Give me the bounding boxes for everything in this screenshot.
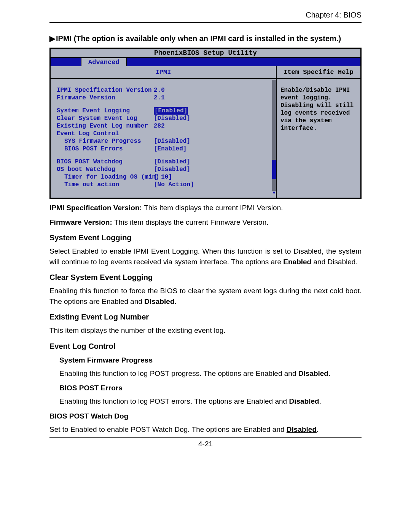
footer-rule — [49, 437, 362, 438]
value-post-wd[interactable]: [Disabled] — [154, 158, 270, 166]
label-existing-log: Existing Event Log number — [57, 122, 154, 130]
para-fw-ver: Firmware Version: This item displays the… — [49, 217, 362, 228]
chevron-down-icon[interactable]: ▼ — [272, 191, 276, 195]
heading-exist-log: Existing Event Log Number — [49, 313, 362, 321]
bios-help-text: Enable/Disable IPMI event logging. Disab… — [277, 79, 360, 141]
bios-scroll-thumb[interactable] — [272, 160, 276, 179]
label-sys-fw: SYS Firmware Progress — [57, 137, 154, 145]
label-post-err: BIOS POST Errors — [57, 145, 154, 153]
label-spec-version: IPMI Specification Version — [57, 86, 154, 94]
text-post-err-1: Enabling this function to log POST error… — [59, 397, 289, 405]
para-exist-log: This item displays the number of the exi… — [49, 325, 362, 336]
heading-post-wd: BIOS POST Watch Dog — [49, 412, 362, 420]
triangle-icon: ▶ — [49, 34, 55, 43]
para-sys-fw: Enabling this function to log POST progr… — [59, 368, 362, 379]
bios-screenshot: PhoenixBIOS Setup Utility Advanced IPMI … — [49, 48, 362, 199]
value-sys-evt-log[interactable]: [Enabled] — [154, 107, 188, 115]
para-post-wd: Set to Enabled to enable POST Watch Dog.… — [49, 424, 362, 435]
text-sys-fw-1: Enabling this function to log POST progr… — [59, 369, 298, 377]
bios-left-pane: IPMI IPMI Specification Version 2.0 Firm… — [51, 66, 277, 198]
label-post-wd: BIOS POST Watchdog — [57, 158, 154, 166]
bios-section-header: IPMI — [51, 66, 276, 79]
intro-text: IPMI (The option is available only when … — [56, 34, 341, 43]
bold-fw-ver: Firmware Version: — [49, 218, 114, 226]
value-fw-version: 2.1 — [154, 94, 270, 102]
row-timer[interactable]: Timer for loading OS (min) [ 10] — [57, 173, 270, 181]
heading-evt-ctrl: Event Log Control — [49, 342, 362, 351]
row-spec-version: IPMI Specification Version 2.0 — [57, 86, 270, 94]
bios-tab-advanced[interactable]: Advanced — [81, 58, 127, 66]
row-existing-log: Existing Event Log number 282 — [57, 122, 270, 130]
heading-clr-sys-evt: Clear System Event Logging — [49, 273, 362, 282]
value-sys-fw[interactable]: [Disabled] — [154, 137, 270, 145]
bios-help-header: Item Specific Help — [277, 66, 360, 79]
label-os-wd: OS boot Watchdog — [57, 166, 154, 173]
text-post-wd-1: Set to Enabled to enable POST Watch Dog.… — [49, 425, 287, 433]
text-sys-fw-2: . — [328, 369, 330, 377]
heading-post-err: BIOS POST Errors — [59, 384, 362, 392]
bold-clr-sys: Disabled — [144, 297, 174, 305]
bios-title: PhoenixBIOS Setup Utility — [51, 49, 360, 58]
bold-sys-evt-log: Enabled — [283, 258, 311, 266]
bold-ipmi-spec: IPMI Specification Version: — [49, 204, 144, 212]
text-clr-sys-2: . — [175, 297, 177, 305]
heading-sys-evt-log: System Event Logging — [49, 233, 362, 242]
para-ipmi-spec: IPMI Specification Version: This item di… — [49, 203, 362, 213]
row-fw-version: Firmware Version 2.1 — [57, 94, 270, 102]
value-evt-ctrl — [154, 130, 270, 137]
chapter-header: Chapter 4: BIOS — [49, 11, 362, 19]
bios-menubar: Advanced — [51, 58, 360, 66]
value-os-wd[interactable]: [Disabled] — [154, 166, 270, 173]
label-fw-version: Firmware Version — [57, 94, 154, 102]
para-sys-evt-log: Select Enabled to enable IPMI Event Logg… — [49, 246, 362, 267]
label-timer: Timer for loading OS (min) — [57, 173, 154, 181]
value-timeout[interactable]: [No Action] — [154, 181, 270, 189]
row-post-wd[interactable]: BIOS POST Watchdog [Disabled] — [57, 158, 270, 166]
bold-sys-fw: Disabled — [298, 369, 328, 377]
label-sys-evt-log: System Event Logging — [57, 107, 154, 115]
row-clear-sys-evt[interactable]: Clear System Event Log [Disabled] — [57, 115, 270, 122]
text-post-err-2: . — [319, 397, 321, 405]
text-fw-ver: This item displays the current Firmware … — [114, 218, 268, 226]
bios-scrollbar[interactable]: ▼ — [272, 80, 276, 195]
row-os-wd[interactable]: OS boot Watchdog [Disabled] — [57, 166, 270, 173]
row-post-err[interactable]: BIOS POST Errors [Enabled] — [57, 145, 270, 153]
para-clr-sys-evt: Enabling this function to force the BIOS… — [49, 286, 362, 307]
label-clear-sys-evt: Clear System Event Log — [57, 115, 154, 122]
value-existing-log: 282 — [154, 122, 270, 130]
row-sys-evt-log[interactable]: System Event Logging [Enabled] — [57, 107, 270, 115]
section-intro: ▶IPMI (The option is available only when… — [49, 33, 362, 44]
para-post-err: Enabling this function to log POST error… — [59, 396, 362, 407]
row-timeout[interactable]: Time out action [No Action] — [57, 181, 270, 189]
text-post-wd-2: . — [317, 425, 319, 433]
label-timeout: Time out action — [57, 181, 154, 189]
value-post-err[interactable]: [Enabled] — [154, 145, 270, 153]
bios-help-pane: Item Specific Help Enable/Disable IPMI e… — [277, 66, 360, 198]
page-number: 4-21 — [49, 440, 362, 448]
text-sys-evt-log-2: and Disabled. — [311, 258, 357, 266]
text-clr-sys-1: Enabling this function to force the BIOS… — [49, 287, 362, 305]
row-sys-fw[interactable]: SYS Firmware Progress [Disabled] — [57, 137, 270, 145]
text-ipmi-spec: This item displays the current IPMI Vers… — [144, 204, 283, 212]
value-spec-version: 2.0 — [154, 86, 270, 94]
heading-sys-fw: System Firmware Progress — [59, 356, 362, 364]
value-clear-sys-evt[interactable]: [Disabled] — [154, 115, 270, 122]
row-evt-ctrl: Event Log Control — [57, 130, 270, 137]
value-timer[interactable]: [ 10] — [154, 173, 270, 181]
header-rule — [49, 22, 362, 23]
bold-post-err: Disabled — [289, 397, 319, 405]
bold-post-wd: Disabled — [287, 425, 317, 433]
label-evt-ctrl: Event Log Control — [57, 130, 154, 137]
